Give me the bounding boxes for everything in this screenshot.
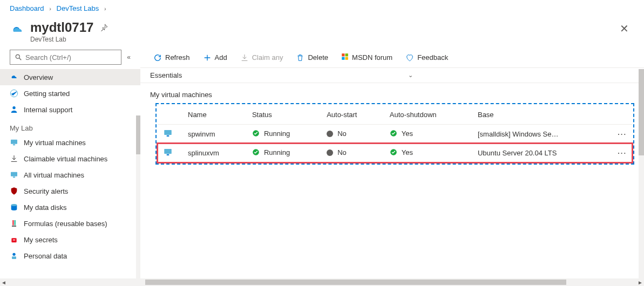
sidebar-item-label: Claimable virtual machines [24,155,107,163]
claim-any-button: Claim any [237,51,287,64]
table-row[interactable]: spwinvm Running No Yes [smalldisk] Windo… [158,125,632,144]
svg-point-14 [12,253,15,256]
sidebar-item-overview[interactable]: Overview [0,69,140,85]
chevron-right-icon: › [104,5,106,12]
svg-rect-16 [342,53,344,56]
sidebar-item-internal-support[interactable]: Internal support [0,101,140,118]
sidebar-item-label: Internal support [24,106,72,114]
pin-icon[interactable] [100,20,109,35]
refresh-icon [153,53,162,62]
disk-icon [10,203,18,212]
svg-rect-17 [345,53,348,56]
svg-rect-13 [13,240,15,240]
download-icon [240,53,249,62]
scroll-left-icon[interactable]: ◄ [0,280,8,285]
svg-rect-4 [11,140,17,144]
sidebar-item-label: All virtual machines [24,171,84,179]
vm-table: Name Status Auto-start Auto-shutdown Bas… [158,105,632,162]
sidebar-item-label: My data disks [24,203,66,212]
search-input[interactable] [10,50,121,65]
sidebar-item-formulas[interactable]: Formulas (reusable bases) [0,215,140,231]
horizontal-scrollbar[interactable]: ◄ ► [0,278,644,286]
trash-icon [296,53,304,62]
toolbar: Refresh Add Claim any Delete MSDN forum [140,47,644,67]
col-autostart[interactable]: Auto-start [321,105,384,125]
cell-base: Ubuntu Server 20.04 LTS [472,144,612,162]
svg-rect-10 [15,220,16,225]
cell-autoshutdown: Yes [402,130,413,138]
page-subtitle: DevTest Lab [30,36,109,43]
status-off-icon [327,149,333,156]
sidebar-item-label: Security alerts [24,187,68,195]
cell-status: Running [264,148,290,156]
collapse-sidebar-icon[interactable]: « [127,53,131,61]
row-more-button[interactable]: ··· [612,125,632,144]
svg-point-8 [11,204,17,206]
close-icon[interactable]: ✕ [614,20,634,37]
scroll-right-icon[interactable]: ► [636,280,644,285]
svg-rect-24 [164,149,172,154]
vm-icon [163,147,173,157]
refresh-button[interactable]: Refresh [150,51,193,64]
col-base[interactable]: Base [472,105,612,125]
section-title: My virtual machines [140,83,644,103]
cell-autostart: No [337,130,347,138]
shield-icon [10,187,18,195]
svg-rect-20 [164,130,172,135]
essentials-toggle[interactable]: Essentials ⌄ [140,67,644,83]
svg-rect-21 [167,135,170,137]
chevron-right-icon: › [49,5,51,12]
sidebar-item-security[interactable]: Security alerts [0,183,140,199]
svg-rect-15 [12,256,16,259]
breadcrumb-link[interactable]: Dashboard [10,4,44,12]
sidebar-item-data-disks[interactable]: My data disks [0,199,140,215]
sidebar-item-all-vms[interactable]: All virtual machines [0,167,140,183]
svg-rect-9 [12,220,13,225]
breadcrumb-link[interactable]: DevTest Labs [57,4,99,12]
status-off-icon [327,131,333,137]
sidebar-item-secrets[interactable]: My secrets [0,231,140,248]
svg-point-3 [12,106,15,109]
col-autoshutdown[interactable]: Auto-shutdown [384,105,472,125]
sidebar-item-label: Overview [24,73,53,81]
sidebar-item-label: Personal data [24,252,67,260]
breadcrumb: Dashboard › DevTest Labs › [0,0,644,17]
cell-name: spwinvm [182,125,247,144]
svg-point-0 [16,55,19,58]
status-on-icon [390,148,397,156]
svg-rect-25 [167,154,170,155]
sidebar-item-label: Formulas (reusable bases) [24,220,107,228]
sidebar-item-personal-data[interactable]: Personal data [0,248,140,264]
col-status[interactable]: Status [247,105,321,125]
scrollbar-thumb[interactable] [639,69,644,155]
sidebar-scrollbar[interactable] [136,115,140,286]
sidebar-heading: My Lab [0,118,140,134]
sidebar-item-my-vms[interactable]: My virtual machines [0,134,140,151]
main-scrollbar[interactable] [639,69,644,282]
svg-rect-11 [12,226,16,227]
formula-icon [10,219,18,228]
getting-started-icon [10,89,18,98]
cell-base: [smalldisk] Windows Se… [472,125,612,144]
delete-button[interactable]: Delete [293,51,331,64]
scrollbar-thumb[interactable] [136,115,140,154]
cell-autoshutdown: Yes [402,148,413,156]
svg-line-1 [19,58,22,60]
row-more-button[interactable]: ··· [612,144,632,162]
sidebar-item-getting-started[interactable]: Getting started [0,85,140,101]
feedback-button[interactable]: Feedback [402,51,451,64]
page-header: mydtl0717 DevTest Lab ✕ [0,17,644,47]
svg-rect-12 [11,238,16,242]
cell-name: splinuxvm [182,144,247,162]
secret-icon [10,235,18,244]
col-name[interactable]: Name [182,105,247,125]
add-button[interactable]: Add [200,51,231,64]
msdn-forum-button[interactable]: MSDN forum [338,51,396,64]
sidebar-nav: Overview Getting started Internal suppor… [0,69,140,286]
status-running-icon [252,130,260,137]
svg-rect-19 [345,57,348,60]
overview-icon [10,73,18,81]
scrollbar-thumb[interactable] [145,280,566,285]
table-row[interactable]: splinuxvm Running No Yes Ubuntu Server 2… [158,144,632,162]
sidebar-item-claimable[interactable]: Claimable virtual machines [0,151,140,167]
